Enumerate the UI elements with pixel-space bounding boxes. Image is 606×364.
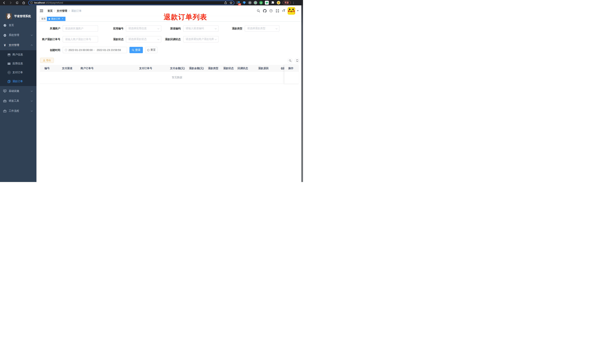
pinned-extension-icon[interactable]: 10 — [236, 1, 240, 5]
col-callback-status: 回调状态 — [237, 65, 248, 72]
breadcrumb-home[interactable]: 首页 — [47, 9, 53, 13]
refresh-button[interactable] — [295, 58, 300, 63]
clock-icon — [65, 49, 67, 51]
sidebar-item-label: 商户信息 — [13, 53, 23, 56]
toggle-search-button[interactable] — [288, 58, 293, 63]
tag-dot — [49, 18, 50, 20]
browser-menu-icon[interactable]: ⋮ — [292, 1, 295, 4]
select-placeholder: 请输入渠道编码 — [186, 27, 204, 30]
record-extension-icon[interactable] — [254, 1, 257, 4]
tag-label: 退款订单 — [51, 17, 60, 20]
col-refund-status: 退款状态 — [223, 65, 234, 72]
app-logo — [6, 13, 12, 19]
tag-home[interactable]: 首页 — [40, 17, 47, 21]
merchant-label: 所属商户 — [38, 25, 60, 32]
update-button[interactable]: 更新 — [283, 1, 291, 5]
big-t: T — [283, 9, 285, 13]
info-icon[interactable] — [30, 1, 33, 4]
sidebar-item-infra[interactable]: 基础设施 — [0, 86, 37, 96]
home-icon[interactable] — [21, 1, 26, 5]
col-merchant-order-no: 商户订单号 — [80, 65, 93, 72]
address-bar[interactable]: localhost:1024/pay/refund — [28, 0, 234, 5]
sidebar-item-devtools[interactable]: 研发工具 — [0, 96, 37, 106]
refund-type-select[interactable]: 请选择退款类型 — [245, 25, 279, 32]
sidebar-item-system[interactable]: 系统管理 — [0, 30, 37, 40]
logo-row[interactable]: 芋道管理系统 — [0, 12, 37, 20]
cmd-extension-icon[interactable]: ⌘ — [248, 1, 252, 4]
chevron-down-icon — [215, 38, 217, 40]
sidebar-item-merchant-info[interactable]: 商户信息 — [0, 50, 37, 59]
sidebar-item-refund-order[interactable]: 退款订单 — [0, 77, 37, 86]
sidebar-item-label: 应用信息 — [13, 62, 23, 65]
breadcrumb-current: 退款订单 — [71, 9, 82, 13]
user-avatar[interactable] — [288, 7, 295, 15]
url-host: localhost — [34, 1, 45, 4]
app-no-select[interactable]: 请选择应用信息 — [126, 25, 161, 32]
page-annotation-title: 退款订单列表 — [164, 13, 207, 22]
sidebar-item-label: 系统管理 — [9, 33, 19, 37]
col-channel: 支付渠道 — [62, 65, 72, 72]
tag-refund-order[interactable]: 退款订单 × — [47, 17, 66, 21]
back-icon[interactable] — [2, 1, 7, 5]
date-end-value: 2022-01-23 23:59:59 — [97, 49, 121, 52]
breadcrumb-pay[interactable]: 支付管理 — [57, 9, 67, 13]
chevron-down-icon — [215, 27, 217, 29]
search-button-label: 搜索 — [135, 48, 140, 52]
sidebar-item-label: 研发工具 — [9, 99, 19, 103]
yen-circle-icon: ¥ — [7, 71, 11, 74]
profile-avatar-icon[interactable] — [277, 1, 280, 4]
page-content: 所属商户 应用编号 请选择应用信息 渠道编码 请输入渠道编码 退款类型 请选择退… — [37, 22, 301, 182]
export-button[interactable]: 导出 — [40, 58, 54, 63]
create-time-label: 创建时间 — [38, 47, 60, 53]
col-action: 操作 — [284, 65, 299, 72]
merchant-refund-no-input[interactable] — [63, 36, 98, 42]
main-area: 首页 / 支付管理 / 退款订单 ? TT — [37, 5, 301, 182]
sidebar-item-app-info[interactable]: 应用信息 — [0, 59, 37, 68]
sidebar-item-pay[interactable]: ¥ 支付管理 — [0, 40, 37, 50]
y-extension-icon[interactable]: y — [259, 1, 263, 4]
sidebar-item-home[interactable]: 首页 — [0, 20, 37, 30]
merchant-input[interactable] — [63, 25, 98, 32]
font-size-icon[interactable]: TT — [280, 5, 287, 16]
sidebar-item-label: 支付订单 — [13, 71, 23, 74]
caret-down-icon[interactable] — [297, 10, 299, 11]
sidebar-item-workflow[interactable]: 工作流程 — [0, 106, 37, 116]
date-start-value: 2022-01-23 00:00:00 — [68, 49, 93, 52]
reload-icon[interactable] — [15, 1, 20, 5]
refund-status-select[interactable]: 请选择退款状态 — [126, 36, 161, 42]
search-button[interactable]: 搜索 — [130, 47, 143, 53]
tag-close-icon[interactable]: × — [61, 18, 64, 20]
refund-type-label: 退款类型 — [220, 25, 242, 32]
chevron-up-icon — [31, 45, 33, 46]
reset-button[interactable]: 重置 — [145, 47, 157, 53]
share-icon[interactable] — [224, 1, 227, 4]
sidebar-item-label: 基础设施 — [9, 90, 19, 93]
github-icon[interactable] — [262, 5, 268, 16]
create-time-range-picker[interactable]: 2022-01-23 00:00:00 - 2022-01-23 23:59:5… — [63, 47, 127, 53]
refund-status-label: 退款状态 — [102, 36, 123, 42]
search-icon[interactable] — [255, 5, 262, 16]
channel-code-select[interactable]: 请输入渠道编码 — [183, 25, 219, 32]
collapse-sidebar-icon[interactable] — [40, 9, 43, 13]
briefcase-icon — [3, 109, 7, 113]
reset-button-label: 重置 — [150, 48, 156, 52]
url-path: :1024/pay/refund — [45, 1, 63, 4]
gem-extension-icon[interactable] — [242, 1, 246, 5]
sidebar-item-pay-order[interactable]: ¥ 支付订单 — [0, 68, 37, 77]
col-pay-amount: 支付金额(元) — [170, 65, 185, 72]
grid-table-icon — [7, 62, 11, 65]
notify-status-select[interactable]: 请选择通知商户退款结果的 — [183, 36, 219, 42]
app-no-label: 应用编号 — [102, 25, 123, 32]
chevron-down-icon — [31, 110, 33, 112]
table-header: 编号 支付渠道 商户订单号 支付订单号 支付金额(元) 退款金额(元) 退款类型… — [40, 65, 299, 72]
fullscreen-icon[interactable] — [274, 5, 280, 16]
puzzle-extensions-icon[interactable] — [271, 1, 275, 5]
bookmark-star-icon[interactable] — [230, 1, 233, 4]
forward-icon[interactable] — [8, 1, 13, 5]
col-pay-order-no: 支付订单号 — [139, 65, 152, 72]
chat-extension-icon[interactable] — [265, 1, 269, 5]
col-create-time: 创建时间 — [281, 65, 284, 72]
chevron-down-icon — [276, 27, 277, 29]
select-placeholder: 请选择退款状态 — [128, 38, 146, 41]
help-icon[interactable]: ? — [268, 5, 274, 16]
